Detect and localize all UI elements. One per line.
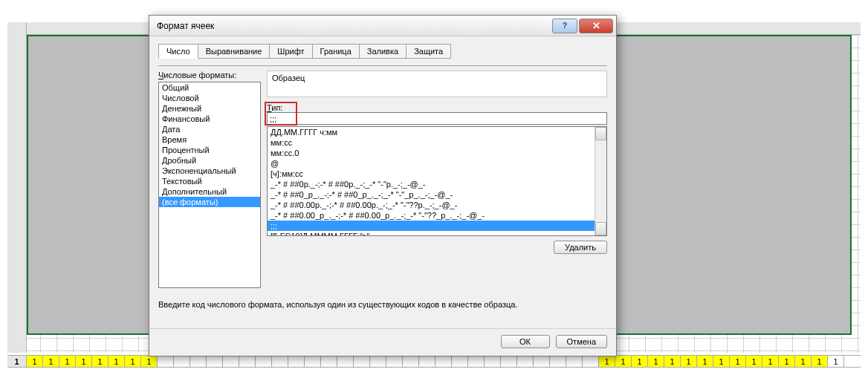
format-item[interactable]: [$-FC19]Д ММММ ГГГГ "г." (268, 231, 595, 236)
category-item[interactable]: Дополнительный (159, 186, 260, 197)
data-cell[interactable] (435, 356, 452, 367)
formats-label: Числовые форматы: (158, 71, 261, 79)
data-cell[interactable] (370, 356, 386, 367)
data-cell[interactable]: 1 (779, 356, 795, 367)
data-cell[interactable]: 1 (795, 356, 812, 367)
data-cell[interactable] (452, 356, 468, 367)
category-item[interactable]: Время (159, 134, 260, 145)
data-cell[interactable] (354, 356, 370, 367)
data-cell[interactable] (223, 356, 239, 367)
data-cell[interactable]: 1 (615, 356, 632, 367)
data-cell[interactable] (534, 356, 550, 367)
data-cell[interactable] (321, 356, 337, 367)
category-item[interactable]: Дробный (159, 155, 260, 166)
format-item[interactable]: мм:сс (268, 137, 595, 148)
tab-strip: ЧислоВыравниваниеШрифтГраницаЗаливкаЗащи… (158, 44, 607, 59)
data-cell[interactable] (550, 356, 566, 367)
data-cell[interactable] (256, 356, 272, 367)
sample-box: Образец (267, 71, 607, 97)
data-cell[interactable]: 1 (92, 356, 108, 367)
data-cell[interactable]: 1 (648, 356, 664, 367)
category-item[interactable]: Денежный (159, 103, 260, 114)
data-cell[interactable]: 1 (762, 356, 779, 367)
data-cell[interactable] (468, 356, 485, 367)
tab-3[interactable]: Граница (312, 44, 360, 59)
data-cell[interactable]: 1 (125, 356, 141, 367)
category-item[interactable]: Процентный (159, 145, 260, 155)
format-item[interactable]: _-* # ##0.00р._-;-* # ##0.00р._-;_-* "-"… (268, 200, 595, 210)
delete-button[interactable]: Удалить (554, 241, 607, 254)
data-cell[interactable]: 1 (43, 356, 59, 367)
format-item[interactable]: ;;; (268, 221, 595, 231)
tab-2[interactable]: Шрифт (269, 44, 312, 59)
row-headers (7, 22, 27, 353)
tab-1[interactable]: Выравнивание (198, 44, 271, 59)
data-cell[interactable] (305, 356, 321, 367)
data-cell[interactable] (566, 356, 583, 367)
data-cell[interactable] (174, 356, 190, 367)
help-button[interactable]: ? (552, 19, 577, 33)
type-label: Тип: (267, 103, 607, 112)
data-cell[interactable]: 1 (713, 356, 730, 367)
row-header-cell: 1 (7, 356, 27, 367)
data-cell[interactable] (517, 356, 534, 367)
format-item[interactable]: _-* # ##0.00_р_._-;-* # ##0.00_р_._-;_-*… (268, 210, 595, 221)
format-listbox[interactable]: ДД.ММ.ГГГГ ч:мммм:ссмм:сс.0@[ч]:мм:сс_-*… (267, 126, 607, 236)
category-item[interactable]: Числовой (159, 93, 260, 103)
close-button[interactable]: ✕ (579, 19, 613, 33)
hint-text: Введите код числового формата, используя… (158, 300, 607, 309)
format-item[interactable]: @ (268, 158, 595, 169)
type-input[interactable] (267, 112, 607, 125)
category-item[interactable]: (все форматы) (159, 197, 260, 207)
data-cell[interactable] (583, 356, 599, 367)
data-cell[interactable] (239, 356, 256, 367)
category-item[interactable]: Дата (159, 124, 260, 134)
category-item[interactable]: Экспоненциальный (159, 166, 260, 176)
data-cell[interactable] (288, 356, 305, 367)
format-item[interactable]: ДД.ММ.ГГГГ ч:мм (268, 127, 595, 137)
tab-0[interactable]: Число (158, 44, 198, 59)
sample-label: Образец (272, 74, 602, 82)
data-cell[interactable]: 1 (730, 356, 746, 367)
category-item[interactable]: Текстовый (159, 176, 260, 186)
data-cell[interactable] (403, 356, 419, 367)
titlebar[interactable]: Формат ячеек ? ✕ (149, 16, 616, 36)
data-cell[interactable] (207, 356, 223, 367)
data-cell[interactable]: 1 (746, 356, 762, 367)
data-cell[interactable]: 1 (27, 356, 43, 367)
data-cell[interactable]: 1 (59, 356, 76, 367)
data-cell[interactable] (501, 356, 517, 367)
data-cell[interactable]: 1 (108, 356, 125, 367)
data-cell[interactable] (419, 356, 435, 367)
data-cell[interactable]: 1 (812, 356, 828, 367)
dialog-title: Формат ячеек (157, 21, 551, 31)
category-item[interactable]: Финансовый (159, 114, 260, 124)
data-cell[interactable]: 1 (828, 356, 844, 367)
cancel-button[interactable]: Отмена (556, 335, 607, 348)
category-listbox[interactable]: ОбщийЧисловойДенежныйФинансовыйДатаВремя… (158, 82, 261, 288)
scrollbar[interactable] (595, 127, 606, 235)
format-cells-dialog: Формат ячеек ? ✕ ЧислоВыравниваниеШрифтГ… (149, 15, 617, 356)
data-cell[interactable]: 1 (681, 356, 697, 367)
format-item[interactable]: мм:сс.0 (268, 148, 595, 158)
data-cell[interactable] (337, 356, 354, 367)
data-cell[interactable]: 1 (76, 356, 92, 367)
data-cell[interactable]: 1 (632, 356, 648, 367)
data-cell[interactable]: 1 (697, 356, 713, 367)
data-cell[interactable]: 1 (141, 356, 158, 367)
tab-4[interactable]: Заливка (359, 44, 407, 59)
format-item[interactable]: _-* # ##0_р_._-;-* # ##0_р_._-;_-* "-"_р… (268, 189, 595, 200)
category-item[interactable]: Общий (159, 82, 260, 93)
ok-button[interactable]: ОК (501, 335, 550, 348)
data-cell[interactable] (272, 356, 288, 367)
data-cell[interactable]: 1 (664, 356, 681, 367)
visible-data-row: 111111111111111111111111 (7, 355, 861, 368)
format-item[interactable]: _-* # ##0р._-;-* # ##0р._-;_-* "-"р._-;_… (268, 179, 595, 189)
data-cell[interactable]: 1 (599, 356, 615, 367)
data-cell[interactable] (386, 356, 403, 367)
data-cell[interactable] (190, 356, 207, 367)
data-cell[interactable] (158, 356, 174, 367)
format-item[interactable]: [ч]:мм:сс (268, 169, 595, 179)
tab-5[interactable]: Защита (406, 44, 451, 59)
data-cell[interactable] (485, 356, 501, 367)
